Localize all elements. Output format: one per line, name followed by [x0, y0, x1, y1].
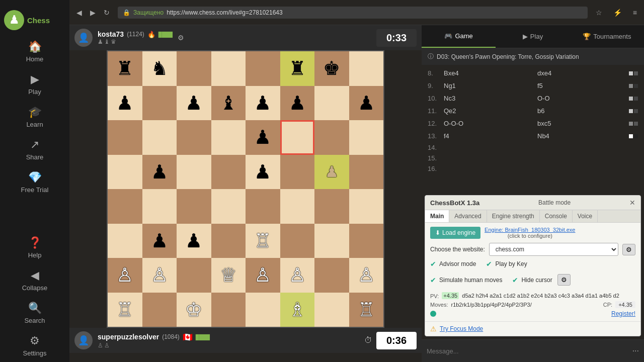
- move-white-13[interactable]: f4: [442, 131, 535, 141]
- square-h8[interactable]: [349, 51, 384, 86]
- square-f1[interactable]: ♗: [280, 293, 315, 327]
- square-b6[interactable]: [142, 120, 177, 155]
- game-settings-button[interactable]: ⚙: [178, 34, 184, 42]
- message-dots[interactable]: ···: [632, 346, 639, 355]
- tab-game[interactable]: 🎮 Game: [422, 25, 496, 48]
- square-d8[interactable]: [211, 51, 246, 86]
- square-d4[interactable]: [211, 189, 246, 224]
- square-g4[interactable]: [314, 189, 349, 224]
- sidebar-item-collapse[interactable]: ◀ Collapse: [0, 264, 69, 297]
- focus-mode-link[interactable]: Try Focus Mode: [440, 325, 483, 332]
- website-settings-button[interactable]: ⚙: [622, 244, 635, 255]
- move-white-14[interactable]: [442, 147, 540, 149]
- square-b5[interactable]: ♟: [142, 155, 177, 190]
- tab-tournaments[interactable]: 🏆 Tournaments: [570, 25, 644, 48]
- chess-board[interactable]: ♜ ♞ ♜ ♚ ♟ ♟ ♝ ♟ ♟ ♟: [107, 50, 384, 328]
- square-f5[interactable]: [280, 155, 315, 190]
- square-d6[interactable]: [211, 120, 246, 155]
- move-white-10[interactable]: Nc3: [442, 94, 535, 103]
- square-a8[interactable]: ♜: [108, 51, 142, 86]
- chessbot-close-button[interactable]: ✕: [629, 199, 635, 207]
- square-g5[interactable]: ♟: [314, 155, 349, 190]
- forward-button[interactable]: ▶: [87, 7, 99, 19]
- square-g2[interactable]: [314, 258, 349, 293]
- move-black-11[interactable]: b6: [535, 106, 629, 116]
- move-black-13[interactable]: Nb4: [535, 131, 629, 141]
- move-white-11[interactable]: Qe2: [442, 106, 535, 116]
- sidebar-item-play[interactable]: ▶ Play: [0, 68, 69, 101]
- cb-tab-voice[interactable]: Voice: [573, 210, 598, 222]
- square-f3[interactable]: [280, 224, 315, 258]
- square-c5[interactable]: [177, 155, 211, 190]
- cb-tab-console[interactable]: Console: [540, 210, 573, 222]
- move-black-16[interactable]: [540, 168, 638, 170]
- square-h3[interactable]: [349, 224, 384, 258]
- move-black-15[interactable]: [540, 157, 638, 159]
- square-c7[interactable]: ♟: [177, 86, 211, 121]
- square-h7[interactable]: ♟: [349, 86, 384, 121]
- square-f7[interactable]: ♟: [280, 86, 315, 121]
- square-a7[interactable]: ♟: [108, 86, 142, 121]
- cb-tab-main[interactable]: Main: [425, 210, 449, 222]
- tab-play[interactable]: ▶ Play: [496, 25, 570, 48]
- sidebar-item-share[interactable]: ↗ Share: [0, 133, 69, 166]
- square-f2[interactable]: ♙: [280, 258, 315, 293]
- square-b3[interactable]: ♟: [142, 224, 177, 258]
- square-g3[interactable]: [314, 224, 349, 258]
- back-button[interactable]: ◀: [73, 7, 85, 19]
- square-f6[interactable]: [280, 120, 315, 155]
- cb-tab-advanced[interactable]: Advanced: [449, 210, 487, 222]
- square-g1[interactable]: [314, 293, 349, 327]
- move-black-9[interactable]: f5: [535, 81, 629, 90]
- square-h1[interactable]: ♖: [349, 293, 384, 327]
- square-c6[interactable]: [177, 120, 211, 155]
- square-b1[interactable]: [142, 293, 177, 327]
- square-d7[interactable]: ♝: [211, 86, 246, 121]
- extension-button[interactable]: ⚡: [610, 7, 625, 19]
- square-a4[interactable]: [108, 189, 142, 224]
- cb-tab-engine-strength[interactable]: Engine strength: [487, 210, 540, 222]
- square-c2[interactable]: [177, 258, 211, 293]
- move-white-16[interactable]: [442, 168, 540, 170]
- square-c8[interactable]: [177, 51, 211, 86]
- square-b4[interactable]: [142, 189, 177, 224]
- engine-name[interactable]: Engine: BrainFish_180303_32bit.exe: [485, 227, 575, 233]
- square-a6[interactable]: [108, 120, 142, 155]
- bookmark-button[interactable]: ☆: [593, 7, 605, 19]
- simulate-label[interactable]: Simulate human moves: [439, 277, 502, 284]
- sidebar-item-free-trial[interactable]: 💎 Free Trial: [0, 166, 69, 199]
- sidebar-item-help[interactable]: ❓ Help: [0, 231, 69, 264]
- move-white-9[interactable]: Ng1: [442, 81, 535, 90]
- move-white-8[interactable]: Bxe4: [442, 68, 535, 78]
- square-b7[interactable]: [142, 86, 177, 121]
- square-a1[interactable]: ♖: [108, 293, 142, 327]
- square-d1[interactable]: [211, 293, 246, 327]
- square-e5[interactable]: ♟: [246, 155, 280, 190]
- square-f4[interactable]: [280, 189, 315, 224]
- move-white-12[interactable]: O-O-O: [442, 119, 535, 128]
- hide-cursor-label[interactable]: Hide cursor: [521, 277, 552, 284]
- square-e4[interactable]: [246, 189, 280, 224]
- square-d5[interactable]: [211, 155, 246, 190]
- square-g8[interactable]: ♚: [314, 51, 349, 86]
- sidebar-item-home[interactable]: 🏠 Home: [0, 35, 69, 68]
- load-engine-button[interactable]: ⬇ Load engine: [430, 227, 480, 239]
- sidebar-item-settings[interactable]: ⚙ Settings: [0, 329, 69, 362]
- sidebar-item-learn[interactable]: 🎓 Learn: [0, 101, 69, 133]
- square-e6[interactable]: ♟: [246, 120, 280, 155]
- move-white-15[interactable]: [442, 157, 540, 159]
- square-h6[interactable]: [349, 120, 384, 155]
- square-d3[interactable]: [211, 224, 246, 258]
- square-d2[interactable]: ♕: [211, 258, 246, 293]
- play-by-key-label[interactable]: Play by Key: [495, 260, 527, 267]
- square-g6[interactable]: [314, 120, 349, 155]
- url-bar[interactable]: 🔒 Защищено https://www.chess.com/live#g=…: [118, 7, 588, 19]
- square-h4[interactable]: [349, 189, 384, 224]
- square-e2[interactable]: ♙: [246, 258, 280, 293]
- square-b8[interactable]: ♞: [142, 51, 177, 86]
- square-e3[interactable]: ♖: [246, 224, 280, 258]
- message-input[interactable]: [427, 347, 628, 355]
- website-select[interactable]: chess.com: [489, 243, 618, 256]
- square-a3[interactable]: [108, 224, 142, 258]
- square-a5[interactable]: [108, 155, 142, 190]
